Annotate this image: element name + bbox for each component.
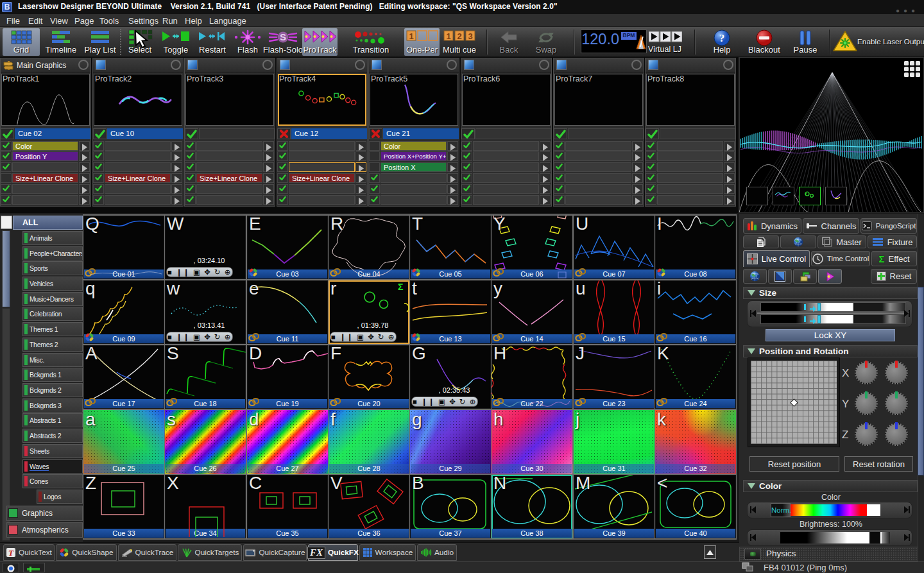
svg-text:3: 3 — [468, 31, 472, 41]
svg-text:1: 1 — [446, 31, 450, 41]
svg-text:T: T — [8, 548, 14, 558]
svg-text:?: ? — [719, 32, 725, 44]
svg-text:S: S — [280, 31, 286, 42]
svg-text:2: 2 — [457, 31, 461, 41]
svg-text:1: 1 — [409, 31, 413, 41]
